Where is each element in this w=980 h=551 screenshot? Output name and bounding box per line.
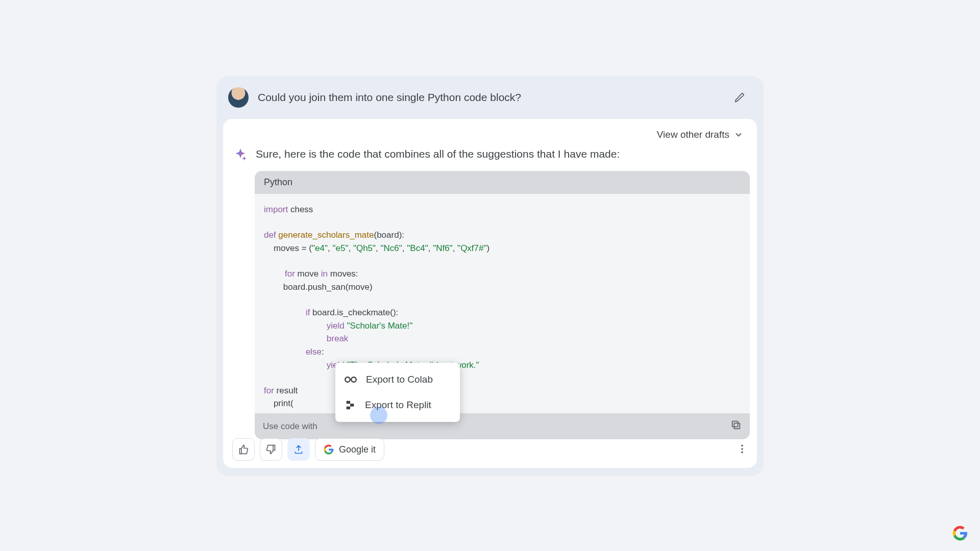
copy-icon	[730, 419, 742, 431]
svg-point-8	[741, 448, 743, 450]
chat-card: Could you join them into one single Pyth…	[217, 76, 763, 475]
google-it-label: Google it	[339, 444, 376, 455]
chevron-down-icon	[733, 130, 744, 140]
svg-point-2	[345, 377, 350, 382]
pencil-icon	[734, 92, 745, 103]
code-footer: Use code with	[255, 413, 750, 439]
bard-sparkle-icon	[233, 147, 248, 162]
assistant-turn: View other drafts Sure, here is the code…	[223, 119, 757, 468]
google-it-button[interactable]: Google it	[315, 438, 384, 461]
replit-icon	[345, 399, 356, 411]
svg-point-7	[741, 445, 743, 447]
google-logo-badge	[952, 525, 968, 541]
user-avatar	[228, 87, 249, 108]
export-menu: Export to Colab Export to Replit	[335, 363, 460, 422]
thumbs-down-icon	[266, 444, 276, 455]
share-export-button[interactable]	[287, 438, 310, 461]
svg-point-9	[741, 452, 743, 454]
code-content: import chess def generate_scholars_mate(…	[255, 194, 750, 413]
upload-icon	[293, 444, 304, 455]
export-to-colab[interactable]: Export to Colab	[335, 367, 460, 392]
copy-code-button[interactable]	[730, 419, 742, 433]
export-to-replit[interactable]: Export to Replit	[335, 392, 460, 418]
code-caution-label: Use code with	[263, 421, 317, 432]
user-prompt: Could you join them into one single Pyth…	[258, 91, 723, 104]
edit-prompt-button[interactable]	[732, 90, 747, 105]
view-drafts-button[interactable]: View other drafts	[230, 127, 750, 145]
thumbs-up-button[interactable]	[232, 438, 255, 461]
view-drafts-label: View other drafts	[657, 129, 729, 140]
assistant-row: Sure, here is the code that combines all…	[230, 145, 750, 162]
svg-rect-0	[734, 423, 740, 429]
export-colab-label: Export to Colab	[366, 374, 433, 385]
export-replit-label: Export to Replit	[365, 399, 431, 411]
svg-point-3	[351, 377, 356, 382]
thumbs-up-icon	[238, 444, 249, 455]
svg-rect-5	[350, 404, 354, 407]
svg-rect-1	[732, 421, 738, 427]
code-block: Python import chess def generate_scholar…	[255, 171, 750, 439]
more-options-button[interactable]	[737, 443, 748, 457]
colab-icon	[345, 375, 357, 384]
user-turn: Could you join them into one single Pyth…	[217, 76, 763, 119]
response-actions: Google it	[232, 438, 384, 461]
assistant-intro: Sure, here is the code that combines all…	[256, 146, 620, 161]
google-g-icon	[324, 444, 334, 455]
svg-rect-4	[347, 401, 350, 404]
thumbs-down-button[interactable]	[260, 438, 282, 461]
code-language-label: Python	[255, 171, 750, 194]
svg-rect-6	[347, 407, 350, 410]
more-vert-icon	[737, 443, 748, 455]
